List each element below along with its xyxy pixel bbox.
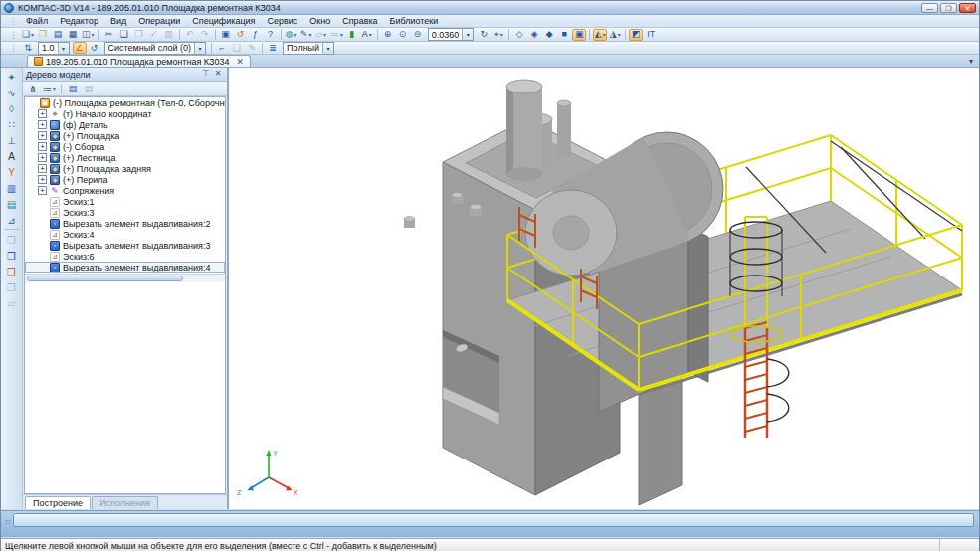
restore-button[interactable]: ❐ — [940, 3, 957, 13]
tree-item[interactable]: Эскиз:3 — [25, 207, 225, 218]
separator[interactable] — [377, 29, 378, 40]
tree-item[interactable]: + Сопряжения — [25, 185, 225, 196]
compact-specification-button[interactable]: ▥ — [3, 181, 20, 196]
tree-horizontal-scrollbar[interactable] — [25, 274, 225, 282]
tree-item[interactable]: + (+) Лестница — [25, 152, 225, 163]
tree-item[interactable]: Вырезать элемент выдавливания:4 — [25, 262, 225, 273]
wireframe-display-button[interactable]: ◇ — [512, 29, 526, 41]
hidden-lines-thin-display-button[interactable]: ◆ — [542, 29, 556, 41]
compact-spatial-curves-button[interactable]: ∿ — [3, 86, 20, 100]
layer-combo[interactable]: Системный слой (0) ▾ — [104, 42, 207, 55]
scrollbar-thumb[interactable] — [27, 276, 183, 281]
minimize-button[interactable]: — — [921, 3, 938, 13]
compact-measure-button[interactable]: ⊿ — [3, 213, 20, 228]
separator[interactable] — [98, 29, 99, 40]
expander-icon[interactable]: + — [38, 175, 47, 184]
style-button[interactable]: ≔ — [329, 29, 344, 41]
rebuild-model-button[interactable]: ↺ — [234, 29, 248, 41]
menu-file[interactable]: Файл — [21, 16, 53, 26]
tree-composition-button[interactable]: ▤ — [66, 83, 80, 94]
pan-view-button[interactable]: ⌖ — [491, 29, 505, 41]
shaded-display-button[interactable]: ■ — [557, 29, 571, 41]
tree-item[interactable]: Вырезать элемент выдавливания:3 — [25, 240, 225, 251]
print-button[interactable]: ▦ — [66, 29, 80, 41]
tree-item[interactable]: Эскиз:4 — [25, 229, 225, 240]
clip-view-button[interactable]: ◭ — [593, 29, 607, 41]
model-structure-button[interactable]: ≣ — [266, 42, 280, 54]
tree-item[interactable]: + (-) Сборка — [25, 141, 225, 152]
display-mode-combo[interactable]: Полный ▾ — [283, 42, 334, 55]
placement-button[interactable]: ❏ — [230, 42, 244, 54]
context-help-button[interactable]: ? — [264, 29, 278, 41]
tree-display-button[interactable]: ≔ — [42, 83, 57, 94]
compact-collections-button[interactable]: ❒ — [3, 280, 20, 295]
compact-reports-button[interactable]: ▤ — [3, 197, 20, 212]
tree-item[interactable]: + (+) Площадка — [25, 130, 225, 141]
tree-additional-button[interactable]: ▤ — [82, 83, 96, 94]
shaded-wireframe-display-button[interactable]: ▣ — [572, 29, 586, 41]
simplifications-button[interactable]: ІТ — [644, 29, 658, 41]
expander-icon[interactable]: + — [38, 142, 47, 151]
compact-surfaces-button[interactable]: ◊ — [3, 101, 20, 116]
new-document-button[interactable]: ❏ — [21, 29, 35, 41]
open-document-button[interactable]: ▣ — [219, 29, 233, 41]
separator[interactable] — [61, 84, 62, 94]
model-display-button[interactable]: ◍ — [285, 29, 298, 41]
undo-button[interactable]: ↶ — [183, 29, 197, 41]
expander-icon[interactable]: + — [38, 186, 47, 195]
tree-item[interactable]: + (+) Перила — [25, 174, 225, 185]
update-links-button[interactable]: ↺ — [88, 42, 101, 54]
copy-properties-button[interactable]: ✓ — [147, 29, 161, 41]
tree-item[interactable]: + (+) Площадка задняя — [25, 163, 225, 174]
close-button[interactable]: ✕ — [959, 3, 976, 13]
tree-item[interactable]: Эскиз:1 — [25, 196, 225, 207]
rotate-view-button[interactable]: ↻ — [477, 29, 490, 41]
zoom-scale-button[interactable]: ⊜ — [411, 29, 425, 41]
tree-item[interactable]: + (т) Начало координат — [25, 108, 225, 119]
tree-item[interactable]: Вырезать элемент выдавливания:2 — [25, 218, 225, 229]
expander-icon[interactable]: + — [38, 131, 47, 140]
compact-new-part-button[interactable]: ❒ — [3, 265, 20, 279]
close-icon[interactable]: ✕ — [212, 69, 224, 80]
menu-service[interactable]: Сервис — [263, 16, 303, 26]
simplify-view-button[interactable]: ◮ — [608, 29, 622, 41]
compact-libraries-button[interactable]: ▱ — [3, 296, 20, 311]
tab-build[interactable]: Построение — [25, 496, 91, 509]
tree-item[interactable]: (-) Площадка ремонтная (Тел-0, Сборочных… — [25, 97, 225, 108]
separator[interactable] — [4, 229, 19, 232]
separator[interactable] — [625, 29, 626, 40]
open-button[interactable]: ❐ — [36, 29, 50, 41]
menu-specification[interactable]: Спецификация — [187, 16, 260, 26]
hidden-lines-display-button[interactable]: ◈ — [527, 29, 541, 41]
component-button[interactable]: ▮ — [345, 29, 359, 41]
separator[interactable] — [179, 29, 180, 40]
close-icon[interactable]: ✕ — [236, 57, 244, 67]
orientation-button[interactable]: ◩ — [629, 29, 643, 41]
compact-move-component-button[interactable]: ❒ — [3, 233, 20, 248]
menu-window[interactable]: Окно — [304, 16, 335, 26]
zoom-frame-button[interactable]: ⊕ — [381, 29, 395, 41]
find-button[interactable]: А — [360, 29, 374, 41]
menu-libraries[interactable]: Библиотеки — [385, 16, 444, 26]
expander-icon[interactable]: + — [38, 109, 47, 118]
compact-arrays-button[interactable]: ∷ — [3, 117, 20, 132]
expander-icon[interactable]: + — [38, 164, 47, 173]
paste-button[interactable]: ❒ — [132, 29, 146, 41]
tree-item[interactable]: + (ф) Деталь — [25, 119, 225, 130]
expander-icon[interactable]: + — [38, 153, 47, 162]
compact-annotations-button[interactable]: A — [3, 149, 20, 164]
chevron-down-icon[interactable]: ▾ — [322, 43, 333, 54]
chevron-down-icon[interactable]: ▾ — [58, 43, 69, 54]
copy-button[interactable]: ❑ — [117, 29, 131, 41]
redo-button[interactable]: ↷ — [198, 29, 212, 41]
document-tab[interactable]: 189.205.01.010 Площадка ремонтная КЗ034 … — [27, 55, 251, 67]
pin-icon[interactable]: ⊤ — [200, 69, 212, 80]
tab-overflow-button[interactable]: ▾ — [969, 57, 973, 66]
zoom-combo[interactable]: 0.0360 ▾ — [428, 28, 475, 41]
save-button[interactable]: ▤ — [51, 29, 65, 41]
compact-mate-button[interactable]: ❒ — [3, 249, 20, 264]
sketch-button[interactable]: ✎ — [299, 29, 313, 41]
layout-button[interactable]: ▱ — [314, 29, 328, 41]
compact-auxiliary-geometry-button[interactable]: ⊥ — [3, 133, 20, 148]
local-csys-button[interactable]: ⌐ — [215, 42, 229, 54]
